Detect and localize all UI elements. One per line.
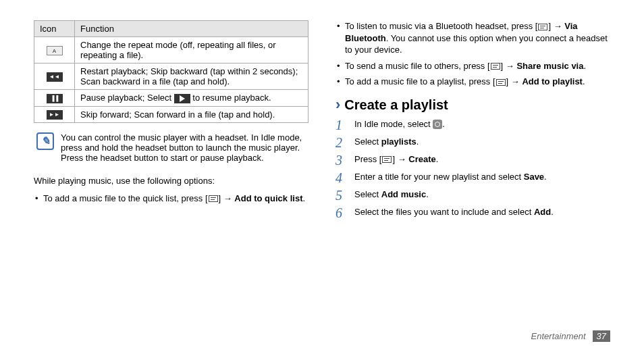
cell-function: Pause playback; Select to resume playbac… (75, 90, 308, 107)
table-row: A Change the repeat mode (off, repeating… (34, 37, 308, 64)
th-icon: Icon (34, 21, 75, 37)
menu-icon (382, 156, 392, 163)
step-number: 2 (336, 136, 348, 149)
page-number: 37 (593, 330, 610, 342)
cell-function: Skip forward; Scan forward in a file (ta… (75, 106, 308, 123)
step-item: 5 Select Add music. (336, 189, 610, 202)
note-block: ✎ You can control the music player with … (34, 130, 308, 168)
step-item: 2 Select playlists. (336, 136, 610, 149)
skip-forward-icon: ►► (47, 110, 63, 120)
step-number: 3 (336, 153, 348, 167)
table-row: ▐▐ Pause playback; Select to resume play… (34, 90, 308, 107)
icon-function-table: Icon Function A Change the repeat mode (… (34, 20, 308, 123)
pause-icon: ▐▐ (47, 94, 63, 103)
menu-icon (538, 24, 547, 30)
list-item: To add a music file to the quick list, p… (34, 193, 308, 205)
menu-icon (491, 63, 500, 70)
table-row: ►► Skip forward; Scan forward in a file … (34, 106, 308, 123)
left-column: Icon Function A Change the repeat mode (… (34, 20, 308, 224)
steps-list: 1 In Idle mode, select . 2 Select playli… (336, 118, 610, 220)
th-function: Function (75, 21, 308, 37)
step-number: 5 (336, 189, 348, 202)
right-column: To listen to music via a Bluetooth heads… (336, 20, 610, 224)
menu-icon (496, 79, 506, 86)
right-bullet-list: To listen to music via a Bluetooth heads… (336, 20, 610, 88)
step-item: 3 Press [] → Create. (336, 153, 610, 167)
menu-icon (209, 195, 218, 202)
skip-back-icon: ◄◄ (47, 72, 63, 82)
step-number: 6 (336, 206, 348, 220)
repeat-mode-icon: A (47, 46, 63, 55)
note-text: You can control the music player with a … (61, 132, 306, 163)
cell-function: Change the repeat mode (off, repeating a… (75, 37, 308, 64)
step-item: 4 Enter a title for your new playlist an… (336, 171, 610, 184)
left-bullet-list: To add a music file to the quick list, p… (34, 193, 308, 205)
cell-function: Restart playback; Skip backward (tap wit… (75, 64, 308, 90)
page-footer: Entertainment 37 (531, 330, 610, 342)
note-icon: ✎ (36, 132, 54, 150)
play-icon (174, 94, 190, 103)
chevron-icon: › (336, 97, 340, 112)
step-item: 1 In Idle mode, select . (336, 118, 610, 132)
step-number: 4 (336, 171, 348, 184)
section-title: Create a playlist (344, 97, 448, 113)
step-item: 6 Select the files you want to include a… (336, 206, 610, 220)
list-item: To add a music file to a playlist, press… (336, 76, 610, 88)
list-item: To listen to music via a Bluetooth heads… (336, 20, 610, 56)
music-app-icon (433, 120, 442, 129)
list-item: To send a music file to others, press []… (336, 60, 610, 72)
section-heading: › Create a playlist (336, 97, 610, 113)
table-row: ◄◄ Restart playback; Skip backward (tap … (34, 64, 308, 90)
while-playing-text: While playing music, use the following o… (34, 175, 308, 187)
footer-section-name: Entertainment (531, 331, 586, 341)
step-number: 1 (336, 118, 348, 132)
